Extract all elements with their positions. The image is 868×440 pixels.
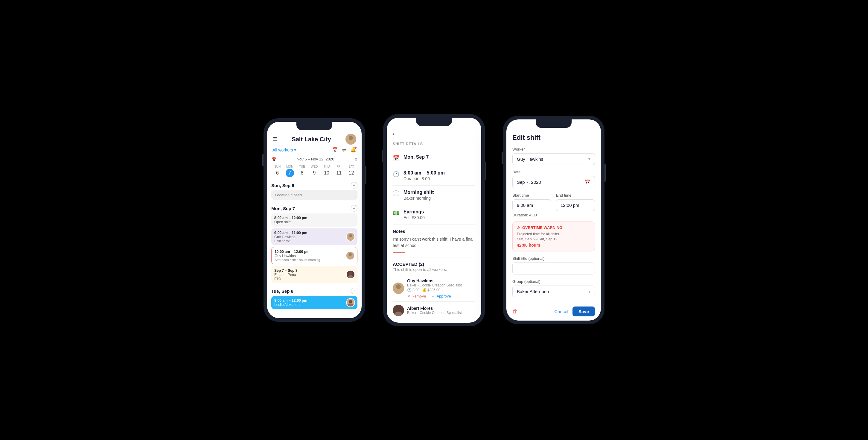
header-icons: 📅 ⇄ 🔔 [332,147,356,153]
back-button[interactable]: ‹ [393,126,475,140]
phone-2-notch [416,118,452,126]
accepted-sub: This shift is open to all workers. [393,267,475,272]
cancel-button[interactable]: Cancel [554,309,568,314]
shift-leslie[interactable]: 8:00 am – 12:00 pm Leslie Alexander [271,296,358,309]
chevron-down-icon: ▾ [588,289,590,294]
tue-sep8-add-btn[interactable]: + [351,288,358,294]
p3-content: Edit shift Worker Guy Hawkins ▾ Date Sep… [506,128,601,297]
notification-icon[interactable]: 🔔 [350,147,356,153]
warning-hours: 42:00 hours [517,243,590,247]
svg-point-13 [395,312,402,316]
date-input[interactable]: Sep 7, 2020 📅 [513,176,595,188]
shuffle-icon[interactable]: ⇄ [342,147,346,153]
shift-sub: Afternoon shift • Baker morning [275,258,354,262]
mon-sep7-title: Mon, Sep 7 [271,206,295,211]
shift-avatar-wrap [346,270,355,279]
time-row: Start time 9:00 am End time 12:00 pm [513,193,595,211]
shift-avatar [346,298,355,307]
worker-actions: ✕ Remove ✓ Approve [407,294,462,298]
calendar-icon[interactable]: 📅 [332,147,338,153]
mon-sep7-header: Mon, Sep 7 + [271,202,358,213]
divider [393,301,475,302]
shift-guy-purple[interactable]: 9:00 am – 11:00 pm Guy Hawkins Shift nam… [271,228,358,245]
schedule-list: Sun, Sep 6 + Location closed Mon, Sep 7 … [267,179,362,311]
shift-time: Sep 7 – Sep 8 [274,268,354,273]
worker-value: Guy Hawkins [517,156,543,162]
shift-time: 8:00 am – 5:00 pm [403,170,445,176]
shift-type: Morning shift [403,190,434,195]
approve-button[interactable]: ✓ Approve [432,294,451,298]
worker-avatar-albert [393,305,404,316]
day-sat[interactable]: SAT 12 [345,165,358,177]
end-time-input[interactable]: 12:00 pm [556,199,595,211]
start-time-input[interactable]: 9:00 am [513,199,551,211]
worker-avatar-guy [393,283,404,294]
notes-label: Notes [393,229,475,234]
money-icon: 💵 [393,210,399,216]
avatar[interactable] [345,134,356,145]
filter-icon-sm[interactable]: ⧗ [354,156,358,162]
shift-info-row: i Morning shift Baker morning [393,185,475,205]
shift-time: 8:00 am – 12:00 pm [274,216,354,220]
svg-point-10 [396,284,401,289]
day-mon[interactable]: MON 7 [284,165,296,177]
svg-point-4 [349,253,352,256]
phone-2: ‹ SHIFT DETAILS 📅 Mon, Sep 7 🕐 8:00 am –… [383,114,485,326]
shift-guy-outline[interactable]: 10:00 am – 12:00 pm Guy Hawkins Afternoo… [271,247,358,264]
shift-time: 10:00 am – 12:00 pm [275,250,354,254]
earnings-title: Earnings [403,209,425,215]
day-tue[interactable]: TUE 8 [296,165,308,177]
menu-icon[interactable]: ☰ [273,136,277,143]
shift-time: 9:00 am – 11:00 pm [274,231,354,235]
shift-eleanor[interactable]: Sep 7 – Sep 8 Eleanor Pena PTO [271,266,358,283]
approve-icon: ✓ [432,294,435,298]
delete-button[interactable]: 🗑 [513,308,518,315]
svg-point-0 [349,136,353,140]
notes-section: Notes I'm sorry I can't work this shift,… [393,225,475,257]
worker-meta: 🕐 8:00 💰 $285.00 [407,288,462,292]
end-time-value: 12:00 pm [560,203,579,208]
svg-point-12 [396,306,401,311]
p1-header: ☰ Salt Lake City [267,130,362,147]
shift-avatar-wrap [346,232,355,241]
worker-row-albert: Albert Flores Baker - Cookie Creation Sp… [393,302,475,319]
start-time-label: Start time [513,193,551,198]
tue-sep8-title: Tue, Sep 8 [271,289,293,294]
shift-name: Guy Hawkins [275,254,354,258]
shift-open[interactable]: 8:00 am – 12:00 pm Open shift [271,213,358,227]
start-time-col: Start time 9:00 am [513,193,551,211]
notes-text: I'm sorry I can't work this shift, I hav… [393,236,475,249]
worker-hours: 🕐 8:00 [407,288,420,292]
shift-name: Leslie Alexander [274,303,354,307]
sun-sep6-add-btn[interactable]: + [351,182,358,188]
workers-filter[interactable]: All workers ▾ [273,148,296,152]
phone-3: Edit shift Worker Guy Hawkins ▾ Date Sep… [503,116,604,324]
bottom-bar: 🗑 Cancel Save [506,302,601,321]
p2-content: ‹ SHIFT DETAILS 📅 Mon, Sep 7 🕐 8:00 am –… [387,126,481,323]
worker-select[interactable]: Guy Hawkins ▾ [513,153,595,165]
day-thu[interactable]: THU 10 [321,165,333,177]
day-fri[interactable]: FRI 11 [333,165,345,177]
worker-name: Albert Flores [407,306,462,311]
shift-avatar [346,251,355,260]
remove-button[interactable]: ✕ Remove [407,294,426,298]
phone-1-content: ☰ Salt Lake City All workers ▾ 📅 ⇄ [267,130,362,311]
accepted-section: ACCEPTED (2) This shift is open to all w… [393,257,475,323]
tue-sep8-header: Tue, Sep 8 + [271,285,358,296]
calendar-icon-sm: 📅 [271,157,276,162]
phone-3-inner: Edit shift Worker Guy Hawkins ▾ Date Sep… [506,119,601,321]
save-button[interactable]: Save [572,306,595,316]
mon-sep7-add-btn[interactable]: + [351,205,358,212]
day-sun[interactable]: SUN 6 [271,165,284,177]
workers-filter-chevron: ▾ [294,148,296,152]
shift-sub: Shift name [274,239,354,243]
group-select[interactable]: Baker Afternoon ▾ [513,286,595,297]
date-value: Sep 7, 2020 [517,180,541,185]
svg-point-2 [349,234,352,237]
phone-1-notch [297,122,332,130]
days-row: SUN 6 MON 7 TUE 8 WED 9 [267,163,362,179]
day-wed[interactable]: WED 9 [308,165,320,177]
shift-title-input[interactable] [513,263,595,274]
worker-label: Worker [513,147,595,151]
shift-title-label: Shift title (optional) [513,256,595,261]
